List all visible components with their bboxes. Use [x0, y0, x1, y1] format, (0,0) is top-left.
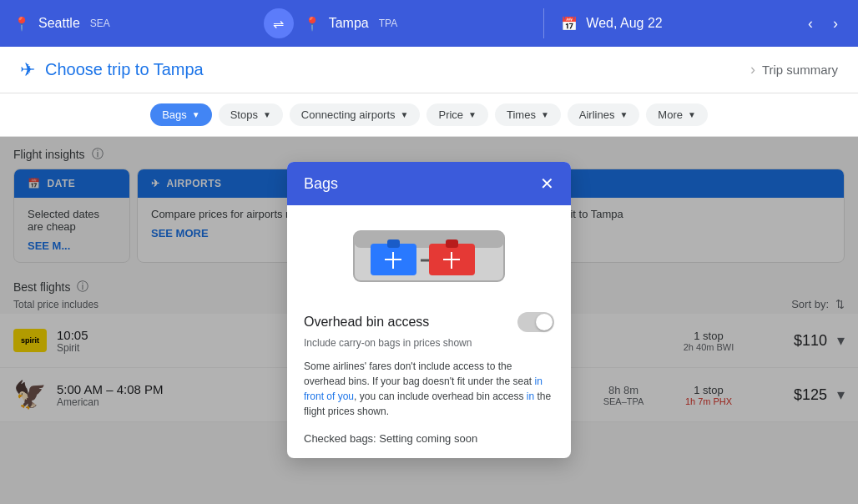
origin-city: Seattle [38, 16, 80, 31]
times-label: Times [507, 108, 536, 121]
dest-city: Tampa [329, 16, 369, 31]
date-section: 📅 Wed, Aug 22 [544, 16, 801, 32]
filter-bar: Bags ▼ Stops ▼ Connecting airports ▼ Pri… [0, 93, 858, 137]
svg-rect-3 [387, 239, 400, 248]
choose-title-text: Choose trip to Tampa [45, 60, 204, 79]
filter-stops[interactable]: Stops ▼ [219, 103, 283, 126]
swap-button[interactable]: ⇌ [264, 8, 294, 38]
filter-price[interactable]: Price ▼ [426, 103, 488, 126]
svg-rect-7 [446, 239, 458, 248]
filter-connecting-airports[interactable]: Connecting airports ▼ [290, 103, 421, 126]
dest-code: TPA [379, 18, 397, 29]
bags-chevron-icon: ▼ [192, 110, 200, 119]
checked-bags-value: Setting coming soon [379, 432, 477, 445]
filter-more[interactable]: More ▼ [646, 103, 708, 126]
header-date: Wed, Aug 22 [586, 16, 662, 31]
calendar-icon: 📅 [561, 16, 578, 32]
overhead-toggle[interactable] [517, 312, 554, 332]
modal-body: Overhead bin access Include carry-on bag… [287, 205, 571, 458]
filter-times[interactable]: Times ▼ [495, 103, 561, 126]
top-header: 📍 Seattle SEA ⇌ 📍 Tampa TPA 📅 Wed, Aug 2… [0, 0, 858, 47]
more-label: More [658, 108, 683, 121]
modal-close-button[interactable]: ✕ [540, 174, 554, 194]
plane-icon: ✈ [20, 59, 35, 81]
stops-chevron-icon: ▼ [263, 110, 271, 119]
seat-link[interactable]: in front of you [304, 375, 543, 402]
filter-bags[interactable]: Bags ▼ [150, 103, 212, 126]
overhead-bin-section: Overhead bin access [304, 312, 554, 332]
overhead-bin-svg [346, 223, 512, 298]
trip-summary-link[interactable]: Trip summary [762, 63, 838, 77]
price-chevron-icon: ▼ [468, 110, 477, 119]
connecting-airports-label: Connecting airports [301, 108, 396, 121]
choose-title-section: ✈ Choose trip to Tampa [20, 59, 750, 81]
prev-arrow[interactable]: ‹ [801, 12, 820, 36]
overhead-title: Overhead bin access [304, 315, 429, 330]
connecting-airports-chevron-icon: ▼ [401, 110, 409, 119]
sub-header: ✈ Choose trip to Tampa › Trip summary [0, 47, 858, 93]
carry-on-label: Include carry-on bags in prices shown [304, 337, 554, 349]
times-chevron-icon: ▼ [541, 110, 549, 119]
dest-location-icon: 📍 [304, 16, 320, 32]
modal-header: Bags ✕ [287, 162, 571, 205]
access-link[interactable]: in [527, 391, 534, 402]
checked-bags-label: Checked bags: [304, 432, 376, 445]
main-area: Flight insights ⓘ 📅 DATE Selected dates … [0, 137, 858, 504]
bag-illustration [304, 219, 554, 302]
modal-overlay[interactable]: Bags ✕ [0, 137, 858, 504]
chevron-right-icon: › [750, 61, 755, 78]
location-icon: 📍 [13, 16, 30, 32]
dest-section: 📍 Tampa TPA [304, 16, 544, 32]
next-arrow[interactable]: › [826, 12, 845, 36]
more-chevron-icon: ▼ [688, 110, 696, 119]
airlines-label: Airlines [579, 108, 615, 121]
airlines-chevron-icon: ▼ [619, 110, 628, 119]
modal-title: Bags [304, 175, 338, 193]
bags-label: Bags [162, 108, 187, 121]
origin-code: SEA [90, 18, 110, 29]
bags-modal: Bags ✕ [287, 162, 571, 458]
origin-section: 📍 Seattle SEA [13, 16, 254, 32]
stops-label: Stops [230, 108, 258, 121]
checked-bags-section: Checked bags: Setting coming soon [304, 432, 554, 445]
overhead-description: Some airlines' fares don't include acces… [304, 359, 554, 419]
nav-arrows: ‹ › [801, 12, 845, 36]
filter-airlines[interactable]: Airlines ▼ [568, 103, 640, 126]
price-label: Price [438, 108, 463, 121]
